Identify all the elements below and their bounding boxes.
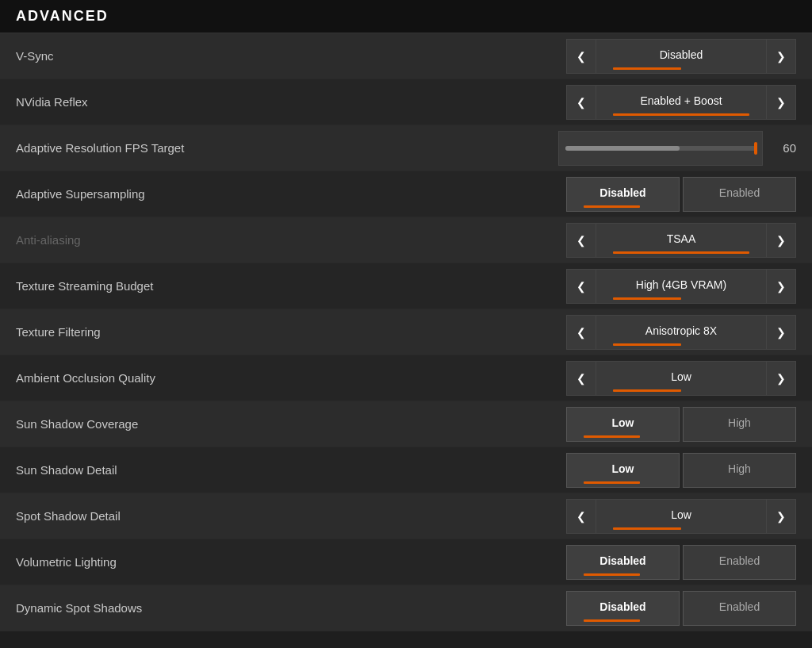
setting-control-nvidia-reflex: ❮Enabled + Boost❯ — [558, 85, 796, 120]
setting-row-texture-streaming: Texture Streaming Budget❮High (4GB VRAM)… — [0, 263, 812, 309]
slider-track-adaptive-resolution — [565, 146, 756, 151]
toggle-label-volumetric-lighting-1: Enabled — [719, 554, 760, 567]
orange-bar-vsync — [613, 67, 681, 70]
arrow-right-texture-streaming[interactable]: ❯ — [766, 269, 796, 304]
settings-list: V-Sync❮Disabled❯NVidia Reflex❮Enabled + … — [0, 33, 812, 631]
setting-label-texture-filtering: Texture Filtering — [16, 325, 558, 339]
arrow-left-vsync[interactable]: ❮ — [566, 39, 596, 74]
setting-row-adaptive-resolution: Adaptive Resolution FPS Target60 — [0, 125, 812, 171]
setting-control-texture-filtering: ❮Anisotropic 8X❯ — [558, 315, 796, 350]
value-text-vsync: Disabled — [660, 48, 703, 61]
toggle-selector-dynamic-spot-shadows: DisabledEnabled — [566, 591, 796, 626]
setting-label-sun-shadow-coverage: Sun Shadow Coverage — [16, 417, 558, 431]
toggle-btn-sun-shadow-coverage-high[interactable]: High — [683, 407, 796, 442]
toggle-label-sun-shadow-coverage-1: High — [728, 416, 751, 429]
orange-bar-texture-streaming — [613, 297, 681, 300]
toggle-btn-sun-shadow-detail-high[interactable]: High — [683, 453, 796, 488]
toggle-btn-sun-shadow-detail-low[interactable]: Low — [566, 453, 680, 488]
setting-label-ambient-occlusion: Ambient Occlusion Quality — [16, 371, 558, 385]
slider-fill-adaptive-resolution — [565, 146, 680, 151]
setting-control-adaptive-resolution: 60 — [558, 131, 796, 166]
arrow-selector-nvidia-reflex: ❮Enabled + Boost❯ — [566, 85, 796, 120]
orange-bar-texture-filtering — [613, 343, 681, 346]
toggle-selector-volumetric-lighting: DisabledEnabled — [566, 545, 796, 580]
setting-label-nvidia-reflex: NVidia Reflex — [16, 95, 558, 109]
toggle-label-volumetric-lighting-0: Disabled — [599, 554, 645, 567]
toggle-btn-volumetric-lighting-disabled[interactable]: Disabled — [566, 545, 680, 580]
arrow-right-ambient-occlusion[interactable]: ❯ — [766, 361, 796, 396]
value-text-spot-shadow-detail: Low — [671, 508, 691, 521]
arrow-selector-texture-filtering: ❮Anisotropic 8X❯ — [566, 315, 796, 350]
setting-row-spot-shadow-detail: Spot Shadow Detail❮Low❯ — [0, 493, 812, 539]
setting-label-dynamic-spot-shadows: Dynamic Spot Shadows — [16, 601, 558, 615]
toggle-btn-volumetric-lighting-enabled[interactable]: Enabled — [683, 545, 796, 580]
toggle-label-dynamic-spot-shadows-1: Enabled — [719, 600, 760, 613]
arrow-selector-anti-aliasing: ❮TSAA❯ — [566, 223, 796, 258]
arrow-left-texture-streaming[interactable]: ❮ — [566, 269, 596, 304]
toggle-btn-dynamic-spot-shadows-enabled[interactable]: Enabled — [683, 591, 796, 626]
toggle-label-adaptive-supersampling-1: Enabled — [719, 186, 760, 199]
arrow-selector-ambient-occlusion: ❮Low❯ — [566, 361, 796, 396]
toggle-btn-adaptive-supersampling-enabled[interactable]: Enabled — [683, 177, 796, 212]
toggle-btn-adaptive-supersampling-disabled[interactable]: Disabled — [566, 177, 680, 212]
orange-bar-nvidia-reflex — [613, 113, 749, 116]
arrow-left-anti-aliasing[interactable]: ❮ — [566, 223, 596, 258]
setting-label-vsync: V-Sync — [16, 49, 558, 63]
value-text-texture-filtering: Anisotropic 8X — [645, 324, 717, 337]
setting-label-anti-aliasing: Anti-aliasing — [16, 233, 558, 247]
slider-wrapper-adaptive-resolution[interactable] — [558, 131, 763, 166]
value-text-texture-streaming: High (4GB VRAM) — [636, 278, 726, 291]
value-text-ambient-occlusion: Low — [671, 370, 691, 383]
setting-row-volumetric-lighting: Volumetric LightingDisabledEnabled — [0, 539, 812, 585]
arrow-left-ambient-occlusion[interactable]: ❮ — [566, 361, 596, 396]
arrow-left-nvidia-reflex[interactable]: ❮ — [566, 85, 596, 120]
arrow-left-texture-filtering[interactable]: ❮ — [566, 315, 596, 350]
setting-control-ambient-occlusion: ❮Low❯ — [558, 361, 796, 396]
arrow-selector-spot-shadow-detail: ❮Low❯ — [566, 499, 796, 534]
arrow-selector-texture-streaming: ❮High (4GB VRAM)❯ — [566, 269, 796, 304]
setting-row-nvidia-reflex: NVidia Reflex❮Enabled + Boost❯ — [0, 79, 812, 125]
toggle-label-adaptive-supersampling-0: Disabled — [599, 186, 645, 199]
value-text-nvidia-reflex: Enabled + Boost — [640, 94, 722, 107]
setting-row-adaptive-supersampling: Adaptive SupersamplingDisabledEnabled — [0, 171, 812, 217]
toggle-label-dynamic-spot-shadows-0: Disabled — [599, 600, 645, 613]
setting-control-sun-shadow-coverage: LowHigh — [558, 407, 796, 442]
setting-control-dynamic-spot-shadows: DisabledEnabled — [558, 591, 796, 626]
advanced-panel: ADVANCED V-Sync❮Disabled❯NVidia Reflex❮E… — [0, 0, 812, 648]
setting-control-volumetric-lighting: DisabledEnabled — [558, 545, 796, 580]
setting-control-adaptive-supersampling: DisabledEnabled — [558, 177, 796, 212]
toggle-selector-sun-shadow-coverage: LowHigh — [566, 407, 796, 442]
arrow-right-anti-aliasing[interactable]: ❯ — [766, 223, 796, 258]
setting-control-vsync: ❮Disabled❯ — [558, 39, 796, 74]
panel-title: ADVANCED — [0, 0, 812, 33]
toggle-selector-adaptive-supersampling: DisabledEnabled — [566, 177, 796, 212]
orange-bar-anti-aliasing — [613, 251, 749, 254]
setting-label-spot-shadow-detail: Spot Shadow Detail — [16, 509, 558, 523]
slider-thumb-adaptive-resolution[interactable] — [754, 142, 757, 155]
value-display-vsync: Disabled — [596, 39, 766, 74]
setting-label-sun-shadow-detail: Sun Shadow Detail — [16, 463, 558, 477]
setting-row-anti-aliasing: Anti-aliasing❮TSAA❯ — [0, 217, 812, 263]
setting-row-sun-shadow-detail: Sun Shadow DetailLowHigh — [0, 447, 812, 493]
arrow-right-nvidia-reflex[interactable]: ❯ — [766, 85, 796, 120]
toggle-selector-sun-shadow-detail: LowHigh — [566, 453, 796, 488]
arrow-right-texture-filtering[interactable]: ❯ — [766, 315, 796, 350]
value-display-texture-streaming: High (4GB VRAM) — [596, 269, 766, 304]
setting-label-adaptive-supersampling: Adaptive Supersampling — [16, 187, 558, 201]
setting-row-ambient-occlusion: Ambient Occlusion Quality❮Low❯ — [0, 355, 812, 401]
arrow-right-spot-shadow-detail[interactable]: ❯ — [766, 499, 796, 534]
value-display-nvidia-reflex: Enabled + Boost — [596, 85, 766, 120]
value-display-spot-shadow-detail: Low — [596, 499, 766, 534]
arrow-selector-vsync: ❮Disabled❯ — [566, 39, 796, 74]
setting-label-volumetric-lighting: Volumetric Lighting — [16, 555, 558, 569]
toggle-label-sun-shadow-coverage-0: Low — [612, 416, 634, 429]
setting-control-anti-aliasing: ❮TSAA❯ — [558, 223, 796, 258]
arrow-left-spot-shadow-detail[interactable]: ❮ — [566, 499, 596, 534]
arrow-right-vsync[interactable]: ❯ — [766, 39, 796, 74]
toggle-btn-sun-shadow-coverage-low[interactable]: Low — [566, 407, 680, 442]
slider-value-adaptive-resolution: 60 — [772, 141, 796, 155]
toggle-btn-dynamic-spot-shadows-disabled[interactable]: Disabled — [566, 591, 680, 626]
setting-label-texture-streaming: Texture Streaming Budget — [16, 279, 558, 293]
setting-control-sun-shadow-detail: LowHigh — [558, 453, 796, 488]
slider-control-adaptive-resolution: 60 — [558, 131, 796, 166]
